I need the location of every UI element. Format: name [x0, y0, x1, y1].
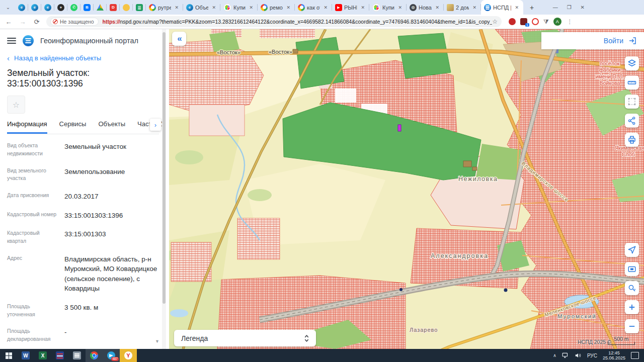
- favorite-button[interactable]: ☆: [7, 96, 25, 114]
- taskbar-chrome[interactable]: [86, 349, 103, 362]
- attribute-row: Вид объекта недвижимостиЗемельный участо…: [7, 137, 159, 162]
- zoom-in-button[interactable]: [625, 300, 639, 314]
- tab-close-icon[interactable]: ✕: [322, 5, 329, 11]
- tab-close-icon[interactable]: ✕: [513, 5, 520, 11]
- reload-button[interactable]: ⟳: [31, 16, 42, 27]
- extension-red-icon[interactable]: [532, 18, 539, 25]
- login-icon: [628, 36, 637, 45]
- pinned-tab-dns[interactable]: D: [107, 0, 120, 15]
- layers-button[interactable]: [625, 56, 639, 70]
- extension-shield-icon[interactable]: 1: [520, 18, 527, 25]
- tab-close-icon[interactable]: ✕: [285, 5, 292, 11]
- taskbar-yandex-browser[interactable]: Y: [120, 349, 137, 362]
- taskbar-clock[interactable]: 12:4525.06.2025: [603, 350, 625, 360]
- taskbar-excel[interactable]: X: [34, 349, 51, 362]
- pinned-tab-edge[interactable]: e: [28, 0, 41, 15]
- profile-avatar[interactable]: A: [553, 18, 561, 26]
- pinned-tab-edge[interactable]: e: [41, 0, 54, 15]
- browser-tab[interactable]: Купить в ✕: [369, 0, 407, 15]
- scrollbar-thumb[interactable]: [163, 32, 166, 304]
- pinned-tab-whatsapp[interactable]: ✆: [67, 0, 80, 15]
- minimap-icon: [627, 264, 636, 274]
- chevron-right-icon: ›: [154, 121, 156, 129]
- taskbar-telegram[interactable]: 487: [103, 349, 120, 362]
- close-button[interactable]: ✕: [581, 5, 585, 10]
- nspd-icon: [484, 4, 491, 11]
- back-to-results-link[interactable]: ‹ Назад в найденные объекты: [7, 54, 159, 62]
- taskbar-app[interactable]: [51, 349, 68, 362]
- tab-close-icon[interactable]: ✕: [173, 5, 180, 11]
- selected-parcel[interactable]: [398, 125, 401, 131]
- pinned-tab-edge[interactable]: e: [15, 0, 28, 15]
- hamburger-menu-icon[interactable]: [7, 38, 16, 44]
- browser-tab[interactable]: 2 дом 9 ✕: [444, 0, 481, 15]
- taskbar-word[interactable]: W: [17, 349, 34, 362]
- minimize-button[interactable]: —: [553, 5, 558, 10]
- select-area-button[interactable]: [625, 95, 639, 109]
- chevron-left-icon: ‹: [7, 56, 10, 61]
- pinned-tab-yandex-disk[interactable]: [120, 0, 133, 15]
- browser-tab[interactable]: как отме ✕: [295, 0, 332, 15]
- scale-bar: 500 m: [608, 336, 635, 345]
- overview-map-button[interactable]: [625, 262, 639, 276]
- tab-search-button[interactable]: ⌄: [3, 3, 13, 13]
- volume-icon[interactable]: [575, 352, 582, 358]
- collapse-panel-button[interactable]: «: [172, 32, 186, 46]
- back-button[interactable]: ←: [3, 16, 14, 27]
- pinned-tab-incognito[interactable]: ●: [54, 0, 67, 15]
- extension-adblock-icon[interactable]: [509, 18, 516, 25]
- extensions-puzzle-icon[interactable]: ⧩: [543, 18, 549, 25]
- tab-close-icon[interactable]: ✕: [434, 5, 441, 11]
- address-bar[interactable]: Не защищено https://nspd.gov.ru/map?them…: [46, 16, 502, 27]
- pinned-tab-vk[interactable]: B: [80, 0, 94, 15]
- tray-expand-icon[interactable]: ∧: [553, 353, 556, 358]
- tab-close-icon[interactable]: ✕: [210, 5, 217, 11]
- language-indicator[interactable]: РУС: [587, 353, 597, 358]
- browser-menu-icon[interactable]: ⋮: [567, 19, 573, 25]
- lasso-select-icon: [627, 97, 636, 106]
- login-bar: Войти: [541, 32, 644, 49]
- browser-tab-active[interactable]: НСПД || ✕: [481, 0, 523, 15]
- measure-button[interactable]: [625, 75, 639, 89]
- map-canvas[interactable]: «Восток» «Восток» Нежиловка Владимирское…: [169, 29, 644, 349]
- edge-icon: e: [186, 4, 193, 11]
- map-label-settlement: Лазарево: [410, 327, 438, 333]
- panel-scrollbar[interactable]: [162, 29, 166, 349]
- browser-tab[interactable]: ремонт ✕: [258, 0, 295, 15]
- browser-tab[interactable]: рутрекер ✕: [146, 0, 183, 15]
- tab-objects[interactable]: Объекты: [98, 120, 125, 134]
- legend-bar[interactable]: Легенда: [174, 330, 316, 346]
- action-center-icon[interactable]: [631, 352, 639, 359]
- tab-close-icon[interactable]: ✕: [471, 5, 478, 11]
- tab-close-icon[interactable]: ✕: [248, 5, 255, 11]
- extensions-row: 1 ⧩ A ⋮: [509, 18, 578, 26]
- taskbar-document-app[interactable]: [68, 349, 86, 362]
- security-badge[interactable]: Не защищено: [50, 18, 99, 26]
- incognito-icon: ●: [57, 4, 64, 11]
- zoom-out-button[interactable]: [625, 319, 639, 333]
- pinned-tab-sheets[interactable]: ≣: [133, 0, 146, 15]
- tab-information[interactable]: Информация: [7, 120, 47, 134]
- start-button[interactable]: [0, 349, 17, 362]
- browser-tab[interactable]: Купить з ✕: [220, 0, 258, 15]
- attribute-list: Вид объекта недвижимостиЗемельный участо…: [7, 137, 159, 349]
- share-button[interactable]: [625, 114, 639, 128]
- login-button[interactable]: Войти: [604, 37, 623, 45]
- map-label-road: «Восток»: [217, 49, 240, 55]
- browser-tab[interactable]: ▶ РЫНКУ ✕: [332, 0, 369, 15]
- restore-button[interactable]: ❐: [567, 5, 572, 10]
- tab-close-icon[interactable]: ✕: [359, 5, 366, 11]
- pinned-tab-google-drive[interactable]: [94, 0, 107, 15]
- browser-tab[interactable]: e Объекты ✕: [183, 0, 220, 15]
- my-location-button[interactable]: [625, 243, 639, 257]
- map-search-button[interactable]: [625, 281, 639, 295]
- bookmark-star-icon[interactable]: ☆: [492, 18, 498, 25]
- print-button[interactable]: [625, 133, 639, 147]
- tab-close-icon[interactable]: ✕: [396, 5, 404, 11]
- forward-button[interactable]: →: [17, 16, 28, 27]
- new-tab-button[interactable]: +: [526, 2, 537, 13]
- tab-services[interactable]: Сервисы: [59, 120, 87, 134]
- network-icon[interactable]: [562, 352, 569, 358]
- tabs-overflow-button[interactable]: ›: [150, 119, 161, 131]
- browser-tab[interactable]: ◍ Новая в ✕: [407, 0, 444, 15]
